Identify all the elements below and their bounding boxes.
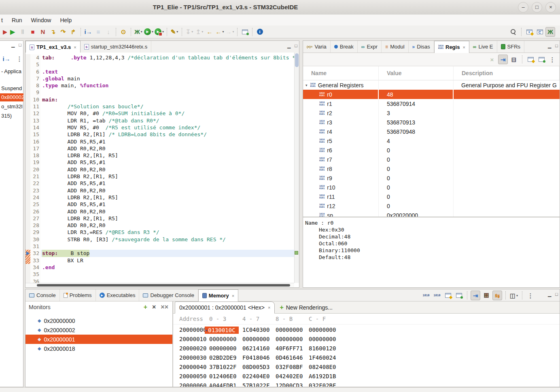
new-binary-rendering-icon[interactable]: 1010 [432, 291, 442, 300]
line-number[interactable]: 33 [30, 257, 41, 264]
tab-memory[interactable]: Memory× [198, 289, 238, 301]
switch-memory-icon[interactable]: ⇆ [492, 291, 502, 300]
memory-cell[interactable]: 02BD2DE9 [206, 354, 239, 361]
line-number[interactable]: 22 [30, 180, 41, 187]
open-perspective-icon[interactable]: + [524, 27, 534, 37]
memory-cell[interactable]: 00000000 [305, 327, 338, 333]
line-number[interactable]: 11 [30, 103, 41, 110]
close-window-button[interactable]: × [545, 2, 556, 13]
suspend-icon[interactable]: ‖ [18, 27, 28, 37]
step-filters-icon[interactable]: ↓ [104, 27, 113, 37]
memory-row[interactable]: 2000004037B1022F08D005D3032F08BF082408E0 [173, 362, 560, 371]
last-edit-location-icon[interactable]: ← [205, 27, 214, 37]
edit-register-group-icon[interactable] [537, 55, 546, 64]
line-number[interactable]: 21 [30, 173, 41, 180]
close-tab-icon[interactable]: × [268, 305, 270, 310]
line-number[interactable]: 8 [30, 82, 41, 89]
gutter-marker[interactable] [25, 117, 30, 124]
gutter-marker[interactable] [25, 152, 30, 159]
tab-registers[interactable]: 1010 0101Regis× [434, 41, 469, 53]
tab-modules[interactable]: ≡Modul [382, 41, 408, 53]
debug-tree-item[interactable]: o_stm32l [0, 103, 23, 111]
instruction-stepping-icon[interactable]: i→ [2, 54, 11, 63]
close-tab-icon[interactable]: × [462, 45, 465, 50]
maximize-view-icon[interactable]: □ [555, 292, 558, 297]
minimize-view-icon[interactable]: ▁ [548, 292, 551, 297]
memory-row[interactable]: 20000020000000000621416040F6FF7181600120 [173, 344, 560, 353]
add-monitor-button[interactable]: + [144, 304, 147, 310]
view-menu-icon[interactable]: ⋮ [547, 55, 557, 64]
terminate-relaunch-icon[interactable]: ▶ [2, 27, 7, 37]
line-number[interactable]: 6 [30, 68, 41, 75]
code-line[interactable]: 30 STRB R0, [R3] /*sauvegarde de la somm… [25, 236, 294, 243]
download-icon[interactable]: ↧▾ [185, 27, 194, 37]
memory-cell[interactable]: A6192D1B [305, 373, 338, 379]
gutter-marker[interactable] [25, 173, 30, 180]
memory-cell[interactable]: 00000000 [272, 336, 305, 342]
register-row[interactable]: 1010 0101r048 [303, 90, 560, 99]
gutter-marker[interactable] [25, 68, 30, 75]
gutter-marker[interactable] [25, 187, 30, 194]
minimize-view-icon[interactable]: ▁ [11, 42, 15, 48]
line-number[interactable]: 34 [30, 264, 41, 271]
memory-cell[interactable]: 1F460024 [305, 354, 338, 361]
memory-cell[interactable]: F0418046 [239, 354, 272, 361]
forward-icon[interactable]: →▾ [225, 27, 235, 37]
new-renderings-tab[interactable]: +New Renderings... [275, 301, 337, 313]
tab-problems[interactable]: Problems [60, 289, 96, 301]
line-number[interactable]: 7 [30, 75, 41, 82]
hscroll-thumb[interactable] [37, 284, 290, 287]
gutter-marker[interactable] [25, 180, 30, 187]
gutter-marker[interactable] [25, 145, 30, 152]
memory-cell[interactable]: 57B1022F [239, 382, 272, 387]
memory-row[interactable]: 20000000▲0130010C1C040300000000000000000… [173, 325, 560, 334]
close-tab-icon[interactable]: × [74, 45, 76, 50]
gutter-marker[interactable] [25, 236, 30, 243]
upload-icon[interactable]: ↥▾ [195, 27, 204, 37]
line-number[interactable]: 26 [30, 208, 41, 215]
line-number[interactable]: 29 [30, 229, 41, 236]
gutter-marker[interactable] [25, 110, 30, 117]
gutter-marker[interactable] [25, 166, 30, 173]
new-hex-rendering-icon[interactable]: 1010 [421, 291, 431, 300]
tab-live-expressions[interactable]: ∞Live E [469, 41, 497, 53]
memory-cell[interactable]: 032F02BF [305, 382, 338, 387]
memory-cell[interactable]: 0D461646 [272, 354, 305, 361]
line-number[interactable]: 9 [30, 89, 41, 96]
collapse-all-icon[interactable]: ⊟ [509, 55, 519, 64]
code-line[interactable]: 6.text [25, 68, 294, 75]
code-line[interactable]: 20 ADD R0,R2,R0 [25, 166, 294, 173]
view-menu-icon[interactable]: ⋮ [15, 54, 24, 63]
tab-sfrs[interactable]: SFRs [497, 41, 525, 53]
gutter-marker[interactable] [25, 124, 30, 131]
rendering-tab[interactable]: 0x20000001 : 0x20000001 <Hex>× [175, 301, 275, 314]
memory-row[interactable]: 20000060A044FDB157B1022F12D00CD3032F02BF [173, 381, 560, 387]
memory-cell[interactable]: 00000000 [206, 345, 239, 352]
link-with-debug-icon[interactable]: ⇥ [471, 291, 480, 300]
line-number[interactable]: 23 [30, 187, 41, 194]
register-row[interactable]: 1010 0101r23 [303, 108, 560, 118]
tab-startup-stm32f446retx[interactable]: sstartup_stm32f446retx.s [81, 41, 151, 53]
link-with-debug-icon[interactable]: ⇥ [498, 55, 508, 64]
open-new-window-icon[interactable] [240, 27, 250, 37]
terminate-icon[interactable]: ■ [28, 27, 38, 37]
tab-disassembly[interactable]: »Disas [409, 41, 434, 53]
code-line[interactable]: 8.type main, %function [25, 82, 294, 89]
code-line[interactable]: 7.global main [25, 75, 294, 82]
menu-item-run[interactable]: Run [12, 17, 22, 23]
step-return-icon[interactable]: ↱ [68, 27, 78, 37]
remove-registers-icon[interactable]: × [487, 55, 497, 64]
gutter-marker[interactable] [25, 250, 30, 257]
tab-breakpoints[interactable]: Break [331, 41, 358, 53]
menu-item-window[interactable]: Window [31, 17, 51, 23]
register-row[interactable]: 1010 0101r60 [303, 145, 560, 155]
register-row[interactable]: 1010 0101r70 [303, 155, 560, 164]
memory-row[interactable]: 2000001000000000000000000000000000000000 [173, 334, 560, 344]
gutter-marker[interactable] [25, 131, 30, 138]
code-line[interactable]: 27 LDRB R2,[R1, R5] [25, 215, 294, 222]
memory-monitor-item[interactable]: ◆0x20000001 [25, 335, 172, 344]
gutter-marker[interactable] [25, 96, 30, 103]
tab-expressions[interactable]: ∞Expr [358, 41, 382, 53]
minimize-view-icon[interactable]: ▁ [548, 43, 551, 48]
gutter-marker[interactable] [25, 103, 30, 110]
